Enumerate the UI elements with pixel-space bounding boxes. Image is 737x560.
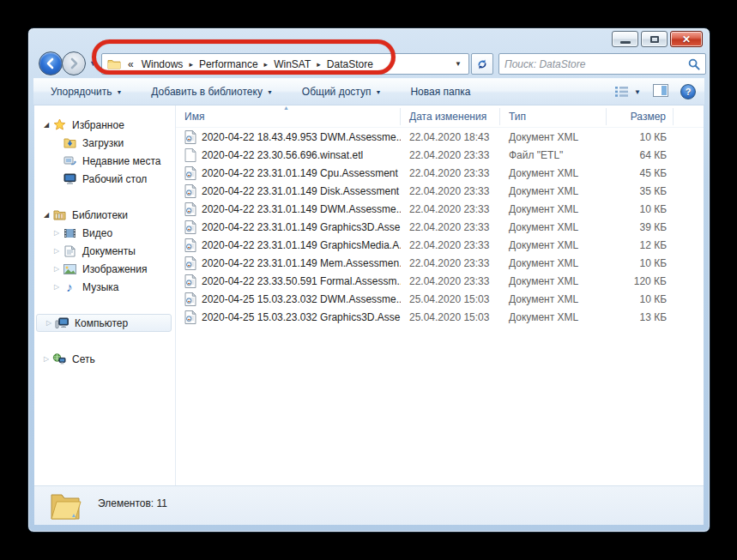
add-to-library-label: Добавить в библиотеку <box>151 86 263 98</box>
file-row[interactable]: 2020-04-25 15.03.23.032 Graphics3D.Asse.… <box>176 308 704 326</box>
file-row[interactable]: 2020-04-22 18.43.49.953 DWM.Assessme... … <box>176 128 704 146</box>
status-bar: Элементов: 11 <box>34 485 704 525</box>
tree-collapsed-icon[interactable]: ▷ <box>51 283 62 291</box>
tree-collapsed-icon[interactable]: ▷ <box>41 355 51 363</box>
sort-ascending-icon: ▲ <box>283 105 289 111</box>
search-input[interactable] <box>499 58 688 70</box>
dropdown-arrow-icon: ▼ <box>375 89 381 95</box>
file-row[interactable]: 2020-04-22 23.33.50.591 Formal.Assessm..… <box>176 272 704 290</box>
tree-expanded-icon[interactable]: ◢ <box>41 211 51 219</box>
xml-document-icon <box>184 256 196 270</box>
sidebar-item-music[interactable]: ▷ ♪ Музыка <box>34 278 175 296</box>
new-folder-button[interactable]: Новая папка <box>402 82 479 101</box>
sidebar-item-favorites[interactable]: ◢ Избранное <box>34 116 175 134</box>
downloads-folder-icon <box>62 136 77 150</box>
breadcrumb-separator-icon[interactable]: ▸ <box>263 60 270 69</box>
back-button[interactable] <box>39 51 63 75</box>
column-header-name[interactable]: Имя ▲ <box>176 108 401 125</box>
file-row[interactable]: 2020-04-22 23.31.01.149 Cpu.Assessment .… <box>176 164 704 182</box>
file-row[interactable]: 2020-04-25 15.03.23.032 DWM.Assessme... … <box>176 290 704 308</box>
file-row[interactable]: 2020-04-22 23.31.01.149 GraphicsMedia.A.… <box>176 236 704 254</box>
sidebar-item-desktop[interactable]: Рабочий стол <box>34 170 175 188</box>
sidebar-label: Рабочий стол <box>82 173 147 185</box>
minimize-icon <box>620 41 631 44</box>
help-button[interactable]: ? <box>680 84 696 99</box>
column-header-date[interactable]: Дата изменения <box>401 108 500 125</box>
sidebar-item-videos[interactable]: ▷ Видео <box>34 224 175 242</box>
breadcrumb-item-datastore[interactable]: DataStore <box>323 58 378 70</box>
column-header-size[interactable]: Размер <box>607 108 674 125</box>
back-arrow-icon <box>45 57 57 69</box>
xml-document-icon <box>184 238 196 252</box>
sidebar-item-network[interactable]: ▷ Сеть <box>34 350 175 368</box>
sidebar-item-pictures[interactable]: ▷ Изображения <box>34 260 175 278</box>
file-row[interactable]: 2020-04-22 23.30.56.696.winsat.etl 22.04… <box>176 146 704 164</box>
breadcrumb-item-performance[interactable]: Performance <box>195 58 263 70</box>
sidebar-item-computer[interactable]: ▷ Компьютер <box>36 314 172 332</box>
tree-collapsed-icon[interactable]: ▷ <box>44 319 54 327</box>
sidebar-label: Документы <box>82 245 136 257</box>
refresh-button[interactable] <box>471 53 493 75</box>
breadcrumb-separator-icon[interactable]: ▸ <box>315 60 323 69</box>
maximize-button[interactable] <box>641 31 668 47</box>
sidebar-label: Сеть <box>72 353 95 365</box>
recent-pages-dropdown[interactable]: ▼ <box>89 59 97 68</box>
preview-pane-button[interactable] <box>653 84 668 99</box>
network-icon <box>51 352 67 366</box>
sidebar-item-libraries[interactable]: ◢ Библиотеки <box>34 206 175 224</box>
file-row[interactable]: 2020-04-22 23.31.01.149 Mem.Assessmen...… <box>176 254 704 272</box>
new-folder-label: Новая папка <box>410 86 470 98</box>
list-view-icon <box>614 86 630 98</box>
address-bar[interactable]: « Windows ▸ Performance ▸ WinSAT ▸ DataS… <box>101 53 469 75</box>
maximize-icon <box>650 36 659 43</box>
file-row[interactable]: 2020-04-22 23.31.01.149 Disk.Assessment … <box>176 182 704 200</box>
address-dropdown-icon[interactable]: ▼ <box>451 60 465 68</box>
sidebar-label: Недавние места <box>82 155 160 167</box>
music-icon: ♪ <box>62 280 77 294</box>
sidebar-label: Загрузки <box>82 137 124 149</box>
organize-label: Упорядочить <box>51 86 112 98</box>
tree-collapsed-icon[interactable]: ▷ <box>51 247 62 255</box>
column-header-type[interactable]: Тип <box>500 108 607 125</box>
sidebar-item-downloads[interactable]: Загрузки <box>34 134 175 152</box>
xml-document-icon <box>184 184 196 198</box>
file-row[interactable]: 2020-04-22 23.31.01.149 DWM.Assessme... … <box>176 200 704 218</box>
xml-document-icon <box>184 292 196 306</box>
breadcrumb-separator-icon[interactable]: ▸ <box>187 60 195 69</box>
documents-icon <box>62 244 77 258</box>
title-bar[interactable]: ✕ <box>28 28 710 50</box>
breadcrumb-item-windows[interactable]: Windows <box>137 58 188 70</box>
dropdown-arrow-icon: ▼ <box>634 88 641 96</box>
folder-icon <box>48 490 82 522</box>
items-count-label: Элементов: 11 <box>98 497 167 509</box>
sidebar-label: Избранное <box>72 119 124 131</box>
command-toolbar: Упорядочить ▼ Добавить в библиотеку ▼ Об… <box>33 78 704 105</box>
file-row[interactable]: 2020-04-22 23.31.01.149 Graphics3D.Asse.… <box>176 218 704 236</box>
sidebar-item-documents[interactable]: ▷ Документы <box>34 242 175 260</box>
breadcrumb-overflow-chevron[interactable]: « <box>128 58 134 70</box>
tree-expanded-icon[interactable]: ◢ <box>41 121 51 129</box>
pictures-icon <box>62 262 77 276</box>
minimize-button[interactable] <box>612 31 638 47</box>
search-icon[interactable] <box>688 58 700 70</box>
tree-collapsed-icon[interactable]: ▷ <box>51 265 62 273</box>
share-button[interactable]: Общий доступ ▼ <box>293 82 390 101</box>
change-view-button[interactable]: ▼ <box>614 86 641 98</box>
libraries-icon <box>51 208 67 222</box>
breadcrumb-item-winsat[interactable]: WinSAT <box>269 58 315 70</box>
add-to-library-button[interactable]: Добавить в библиотеку ▼ <box>142 82 281 101</box>
forward-button[interactable] <box>62 51 86 75</box>
close-icon: ✕ <box>682 34 691 45</box>
sidebar-item-recent-places[interactable]: Недавние места <box>34 152 175 170</box>
tree-collapsed-icon[interactable]: ▷ <box>51 229 62 237</box>
organize-button[interactable]: Упорядочить ▼ <box>42 82 130 101</box>
refresh-icon <box>476 58 488 70</box>
xml-document-icon <box>184 166 196 180</box>
file-list-pane: Имя ▲ Дата изменения Тип Размер 2020-04-… <box>176 105 704 485</box>
search-box <box>498 53 706 75</box>
recent-places-icon <box>62 154 77 168</box>
close-button[interactable]: ✕ <box>670 31 703 47</box>
videos-icon <box>62 226 77 240</box>
preview-pane-icon <box>653 84 668 97</box>
computer-icon <box>54 316 69 330</box>
